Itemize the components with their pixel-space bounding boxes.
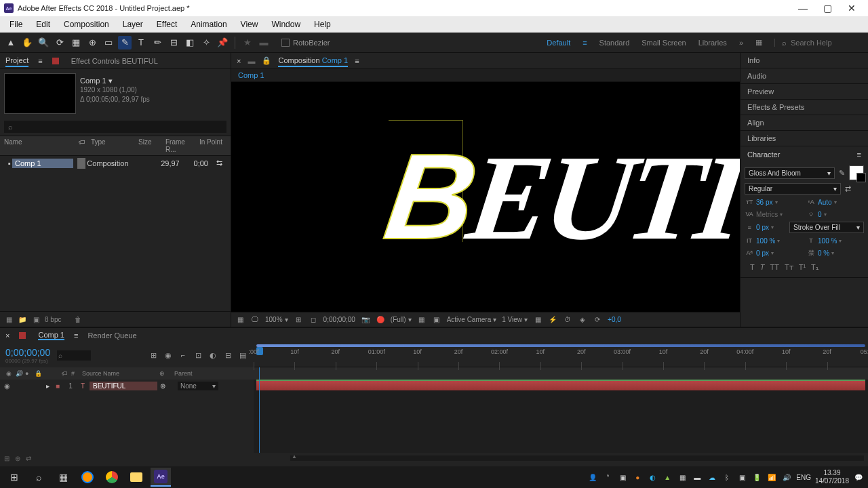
start-button[interactable]: ⊞ — [4, 468, 24, 487]
close-button[interactable]: ✕ — [840, 0, 864, 16]
bpc-label[interactable]: 8 bpc — [45, 316, 61, 323]
star-icon[interactable]: ★ — [241, 36, 254, 49]
quality-dropdown[interactable]: (Full) ▾ — [391, 316, 412, 323]
kerning-field[interactable]: VAMetrics▾ — [745, 209, 802, 219]
lock-icon[interactable]: 🔒 — [262, 56, 271, 65]
stroke-width-field[interactable]: ≡0 px▾ — [745, 223, 785, 232]
label-col-icon[interactable]: 🏷 — [60, 370, 66, 377]
solo-col-icon[interactable]: ● — [23, 370, 30, 377]
new-comp-icon[interactable]: ▣ — [31, 314, 41, 324]
explorer-icon[interactable] — [126, 468, 146, 487]
comp-mini-icon[interactable]: ⊞ — [148, 350, 159, 361]
fill-icon[interactable]: ▬ — [257, 36, 271, 49]
bold-icon[interactable]: T — [750, 263, 755, 272]
comp-breadcrumb[interactable]: Comp 1 — [231, 69, 740, 82]
project-item-row[interactable]: ▪ Comp 1 Composition 29,97 0;00 ⇆ — [0, 156, 231, 170]
roto-brush-tool-icon[interactable]: ✧ — [199, 36, 213, 49]
wifi-icon[interactable]: 📶 — [766, 472, 777, 483]
font-style-dropdown[interactable]: Regular▾ — [745, 183, 841, 195]
tab-composition[interactable]: Composition Comp 1 — [278, 56, 348, 67]
firefox-icon[interactable] — [77, 468, 98, 487]
shape-tool-icon[interactable]: ▭ — [102, 36, 115, 49]
menu-window[interactable]: Window — [264, 18, 307, 30]
composition-thumbnail[interactable] — [4, 73, 76, 114]
tray-app1-icon[interactable]: ▣ — [617, 472, 628, 483]
fast-preview-icon[interactable]: ⚡ — [548, 315, 557, 325]
col-size[interactable]: Size — [134, 136, 161, 155]
after-effects-taskbar-icon[interactable]: Ae — [151, 468, 171, 487]
search-help[interactable]: ⌕ — [774, 39, 859, 47]
search-taskbar-icon[interactable]: ⌕ — [28, 468, 49, 487]
tab-menu-icon[interactable]: ≡ — [355, 57, 359, 65]
parent-col[interactable]: Parent — [172, 370, 195, 377]
timeline-search[interactable] — [57, 350, 91, 361]
people-icon[interactable]: 👤 — [587, 472, 598, 483]
brush-tool-icon[interactable]: ✏ — [151, 36, 164, 49]
panel-info[interactable]: Info — [741, 53, 868, 68]
italic-icon[interactable]: T — [760, 263, 765, 272]
camera-tool-icon[interactable]: ▦ — [69, 36, 83, 49]
col-inpoint[interactable]: In Point — [195, 136, 226, 155]
timeline-zoom-scrollbar[interactable] — [290, 455, 864, 461]
audio-col-icon[interactable]: 🔊 — [14, 370, 20, 377]
baseline-shift-field[interactable]: Aª0 px▾ — [745, 248, 802, 258]
magnify-icon[interactable]: ▦ — [235, 315, 245, 325]
shy-icon[interactable]: ⌐ — [178, 350, 189, 361]
menu-edit[interactable]: Edit — [29, 18, 57, 30]
zoom-tool-icon[interactable]: 🔍 — [37, 36, 50, 49]
rotobezier-toggle[interactable]: RotoBezier — [281, 39, 330, 47]
panel-preview[interactable]: Preview — [741, 84, 868, 100]
grid-icon[interactable]: ▦ — [755, 38, 762, 47]
tracking-field[interactable]: ⩒0▾ — [806, 209, 864, 219]
timeline-icon[interactable]: ⏱ — [563, 315, 572, 325]
panel-effects-presets[interactable]: Effects & Presets — [741, 100, 868, 115]
chrome-icon[interactable] — [102, 468, 122, 487]
maximize-button[interactable]: ▢ — [815, 0, 840, 16]
character-title[interactable]: Character — [747, 150, 780, 159]
volume-icon[interactable]: 🔊 — [781, 472, 792, 483]
pixel-ar-icon[interactable]: ▦ — [533, 315, 542, 325]
exposure-value[interactable]: +0,0 — [608, 316, 621, 323]
pickwhip-icon[interactable]: ⊚ — [160, 382, 170, 390]
col-name[interactable]: Name — [0, 136, 75, 155]
task-view-icon[interactable]: ▦ — [53, 468, 73, 487]
grid-toggle-icon[interactable]: ▦ — [417, 315, 427, 325]
rotate-tool-icon[interactable]: ⟳ — [53, 36, 66, 49]
reset-exp-icon[interactable]: ⟳ — [593, 315, 602, 325]
hand-tool-icon[interactable]: ✋ — [20, 36, 34, 49]
language-indicator[interactable]: ENG — [796, 474, 811, 481]
switches-col-icon[interactable]: ⊕ — [157, 370, 170, 377]
layer-name[interactable]: BEUTIFUL — [90, 382, 157, 390]
minimize-button[interactable]: — — [791, 0, 815, 16]
draft-3d-icon[interactable]: ◉ — [163, 350, 174, 361]
panel-menu-icon[interactable]: ≡ — [857, 150, 861, 159]
twirl-icon[interactable]: ▪ — [4, 158, 12, 169]
menu-view[interactable]: View — [234, 18, 265, 30]
close-tab-icon[interactable]: × — [237, 57, 241, 65]
menu-icon[interactable]: ≡ — [583, 39, 587, 47]
tsume-field[interactable]: 禁0 %▾ — [806, 248, 864, 258]
timeline-tracks[interactable] — [254, 380, 868, 453]
twirl-icon[interactable]: ▸ — [46, 382, 53, 390]
visibility-toggle-icon[interactable]: ◉ — [4, 382, 12, 390]
flow-icon[interactable]: ⇆ — [212, 157, 226, 169]
puppet-tool-icon[interactable]: 📌 — [216, 36, 229, 49]
fill-color-swatch[interactable] — [849, 165, 864, 180]
vertical-scale-field[interactable]: IT100 %▾ — [745, 236, 802, 245]
bluetooth-icon[interactable]: ᛒ — [722, 472, 732, 483]
composition-viewport[interactable]: BEUTI — [231, 82, 740, 312]
toggle-switches-icon[interactable]: ⊞ — [4, 455, 9, 462]
eyedropper-icon[interactable]: ✎ — [839, 169, 845, 178]
region-icon[interactable]: ◻ — [309, 315, 318, 325]
frame-blend-icon[interactable]: ⊡ — [193, 350, 203, 361]
pan-behind-tool-icon[interactable]: ⊕ — [85, 36, 99, 49]
menu-help[interactable]: Help — [307, 18, 338, 30]
motion-blur-icon[interactable]: ◐ — [208, 350, 218, 361]
tab-project[interactable]: Project — [5, 56, 28, 67]
col-type[interactable]: Type — [87, 136, 134, 155]
close-tab-icon[interactable]: × — [5, 331, 9, 340]
tray-app2-icon[interactable]: ● — [632, 472, 643, 483]
menu-composition[interactable]: Composition — [57, 18, 116, 30]
battery-icon[interactable]: 🔋 — [751, 472, 762, 483]
swap-colors-icon[interactable]: ⇄ — [845, 184, 864, 193]
